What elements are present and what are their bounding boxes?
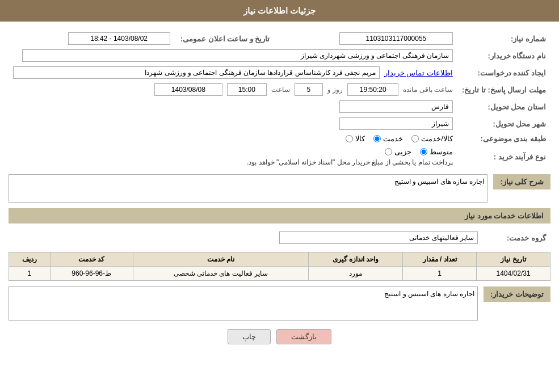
description-value: اجاره سازه های اسبیس و استیج (394, 178, 485, 186)
purchase-type-label: نوع فرآیند خرید : (457, 145, 550, 168)
info-table: شماره نیاز: تاریخ و ساعت اعلان عمومی: نا… (9, 30, 550, 168)
cell-name: سایر فعالیت های خدماتی شخصی (133, 267, 308, 281)
need-number-input[interactable] (339, 32, 453, 45)
need-number-value-cell (274, 30, 457, 47)
org-name-label: نام دستگاه خریدار: (457, 47, 550, 64)
city-value-cell (9, 115, 457, 132)
purchase-radio-group: متوسط جزیی (385, 147, 453, 156)
city-row: شهر محل تحویل: (9, 115, 550, 132)
category-option-khedmat[interactable]: خدمت (373, 134, 403, 143)
page-title: جزئیات اطلاعات نیاز (243, 6, 316, 15)
need-number-label: شماره نیاز: (457, 30, 550, 47)
table-body: 1404/02/31 1 مورد سایر فعالیت های خدماتی… (9, 267, 550, 281)
cell-date: 1404/02/31 (477, 267, 550, 281)
purchase-label-jozii: جزیی (394, 147, 411, 156)
button-row: بازگشت چاپ (9, 329, 550, 344)
category-radio-khedmat[interactable] (373, 135, 381, 142)
announce-date-input[interactable] (68, 32, 170, 45)
category-label-kala-khedmat: کالا/خدمت (421, 134, 453, 143)
category-option-kala[interactable]: کالا (346, 134, 365, 143)
category-radio-group: کالا/خدمت خدمت کالا (13, 134, 453, 143)
purchase-radio-mutawaset[interactable] (420, 148, 427, 155)
purchase-type-container: متوسط جزیی پرداخت تمام یا بخشی از مبلغ خ… (13, 147, 453, 166)
main-content: شماره نیاز: تاریخ و ساعت اعلان عمومی: نا… (0, 22, 559, 353)
creator-row: ایجاد کننده درخواست: اطلاعات تماس خریدار (9, 64, 550, 81)
response-deadline-value-cell: ساعت باقی مانده روز و ساعت (9, 81, 457, 98)
buyer-desc-label: توضیحات خریدار: (484, 286, 550, 302)
category-option-kala-khedmat[interactable]: کالا/خدمت (411, 134, 453, 143)
service-group-value-cell (9, 229, 482, 246)
province-row: استان محل تحویل: (9, 98, 550, 115)
remaining-hours-label: ساعت باقی مانده (403, 86, 453, 94)
table-header: تاریخ نیاز تعداد / مقدار واحد اندازه گیر… (9, 252, 550, 267)
col-row: ردیف (9, 252, 51, 267)
category-value-cell: کالا/خدمت خدمت کالا (9, 132, 457, 145)
col-unit: واحد اندازه گیری (308, 252, 402, 267)
col-code: کد خدمت (50, 252, 133, 267)
buyer-desc-box: اجاره سازه های اسبیس و استیج (9, 286, 478, 321)
city-input[interactable] (339, 117, 453, 130)
province-input[interactable] (339, 100, 453, 113)
days-label: روز و (327, 86, 343, 94)
description-box: اجاره سازه های اسبیس و استیج (9, 174, 487, 203)
cell-row: 1 (9, 267, 51, 281)
service-group-table: گروه خدمت: (9, 229, 550, 246)
response-deadline-label: مهلت ارسال پاسخ: تا تاریخ: (457, 81, 550, 98)
purchase-option-jozii[interactable]: جزیی (385, 147, 411, 156)
announce-date-value-cell (9, 30, 175, 47)
creator-label: ایجاد کننده درخواست: (457, 64, 550, 81)
cell-qty: 1 (403, 267, 477, 281)
time-label: ساعت (271, 86, 290, 94)
service-group-input[interactable] (279, 231, 478, 244)
days-input[interactable] (295, 83, 323, 96)
category-label-kala: کالا (355, 134, 365, 143)
creator-contact-link[interactable]: اطلاعات تماس خریدار (384, 69, 453, 77)
description-section: شرح کلی نیاز: اجاره سازه های اسبیس و است… (9, 174, 550, 203)
purchase-label-mutawaset: متوسط (430, 147, 453, 156)
purchase-note: پرداخت تمام یا بخشی از مبلغ خریدار محل "… (247, 158, 453, 166)
page-header: جزئیات اطلاعات نیاز (0, 0, 559, 22)
table-header-row: تاریخ نیاز تعداد / مقدار واحد اندازه گیر… (9, 252, 550, 267)
category-radio-kala[interactable] (346, 135, 353, 142)
announce-date-label: تاریخ و ساعت اعلان عمومی: (175, 30, 275, 47)
col-name: نام خدمت (133, 252, 308, 267)
response-deadline-row: مهلت ارسال پاسخ: تا تاریخ: ساعت باقی مان… (9, 81, 550, 98)
services-table: تاریخ نیاز تعداد / مقدار واحد اندازه گیر… (9, 252, 550, 281)
services-section-title: اطلاعات خدمات مورد نیاز (9, 208, 550, 224)
org-name-value-cell (9, 47, 457, 64)
purchase-type-value-cell: متوسط جزیی پرداخت تمام یا بخشی از مبلغ خ… (9, 145, 457, 168)
service-group-row: گروه خدمت: (9, 229, 550, 246)
category-row: طبقه بندی موضوعی: کالا/خدمت خدمت کالا (9, 132, 550, 145)
category-radio-kala-khedmat[interactable] (411, 135, 419, 142)
print-button[interactable]: چاپ (228, 329, 271, 344)
purchase-type-row: نوع فرآیند خرید : متوسط جزیی (9, 145, 550, 168)
org-name-input[interactable] (22, 49, 453, 62)
purchase-option-mutawaset[interactable]: متوسط (420, 147, 453, 156)
buyer-desc-section: توضیحات خریدار: اجاره سازه های اسبیس و ا… (9, 286, 550, 321)
category-label-khedmat: خدمت (383, 134, 403, 143)
org-name-row: نام دستگاه خریدار: (9, 47, 550, 64)
province-label: استان محل تحویل: (457, 98, 550, 115)
page-wrapper: جزئیات اطلاعات نیاز شماره نیاز: تاریخ و … (0, 0, 559, 392)
table-row: 1404/02/31 1 مورد سایر فعالیت های خدماتی… (9, 267, 550, 281)
purchase-radio-jozii[interactable] (385, 148, 392, 155)
province-value-cell (9, 98, 457, 115)
buyer-desc-value: اجاره سازه های اسبیس و استیج (384, 290, 474, 298)
creator-name-input[interactable] (13, 66, 380, 79)
cell-code: ط-96-96-960 (50, 267, 133, 281)
need-number-row: شماره نیاز: تاریخ و ساعت اعلان عمومی: (9, 30, 550, 47)
col-date: تاریخ نیاز (477, 252, 550, 267)
description-section-title: شرح کلی نیاز: (493, 174, 550, 189)
city-label: شهر محل تحویل: (457, 115, 550, 132)
service-group-label: گروه خدمت: (482, 229, 550, 246)
back-button[interactable]: بازگشت (276, 329, 331, 344)
creator-value-cell: اطلاعات تماس خریدار (9, 64, 457, 81)
cell-unit: مورد (308, 267, 402, 281)
creator-field-row: اطلاعات تماس خریدار (13, 66, 453, 79)
response-date-input[interactable] (154, 83, 222, 96)
response-deadline-field: ساعت باقی مانده روز و ساعت (13, 83, 453, 96)
category-label: طبقه بندی موضوعی: (457, 132, 550, 145)
remaining-hours-input[interactable] (347, 83, 398, 96)
response-time-input[interactable] (227, 83, 267, 96)
col-qty: تعداد / مقدار (403, 252, 477, 267)
